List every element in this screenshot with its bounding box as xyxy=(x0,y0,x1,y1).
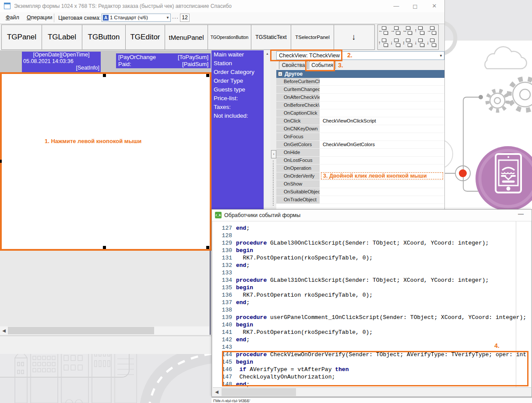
code-line-138[interactable]: 138 xyxy=(213,306,531,314)
property-value[interactable] xyxy=(320,157,444,165)
code-title-bar[interactable]: r_k Обработчики событий формы — xyxy=(212,210,532,221)
close-button[interactable]: ✕ xyxy=(425,0,444,12)
property-name[interactable]: OnCaptionClick xyxy=(276,109,320,117)
code-line-143[interactable]: 143 xyxy=(213,343,531,351)
toolbar-button-TGPanel[interactable]: TGPanel xyxy=(2,25,42,49)
category-row[interactable]: −Другое xyxy=(276,70,444,78)
property-row-OnHide[interactable]: OnHide xyxy=(276,149,444,157)
property-value[interactable] xyxy=(320,86,444,94)
property-row-OnOperation[interactable]: OnOperation xyxy=(276,165,444,172)
toolbar-button-TGStaticText[interactable]: TGStaticText xyxy=(251,25,291,49)
align-vertical-centers-icon[interactable]: ↕ xyxy=(402,37,414,49)
property-name[interactable]: OnAfterCheckVie xyxy=(276,94,320,102)
form-side-panel[interactable]: Main waiterStationOrder CategoryOrder Ty… xyxy=(211,50,264,209)
maximize-button[interactable]: ◻ xyxy=(405,0,425,12)
toolbar-button-TGOperationButton[interactable]: TGOperationButton xyxy=(208,25,251,49)
code-line-132[interactable]: 132end; xyxy=(213,262,531,269)
code-line-140[interactable]: 140begin xyxy=(213,321,531,329)
tab-properties[interactable]: Свойства xyxy=(279,61,308,69)
title-bar[interactable]: Экземпляр формы 1024 x 768 TS: Редактор … xyxy=(0,0,444,12)
splitter-collapse-icon[interactable]: › xyxy=(271,150,276,158)
align-to-grid-icon[interactable]: → xyxy=(426,25,438,37)
property-name[interactable]: OnHide xyxy=(276,149,320,157)
property-value[interactable] xyxy=(320,109,444,117)
menu-operations[interactable]: Операции xyxy=(27,14,52,21)
property-value[interactable] xyxy=(320,165,444,172)
property-name[interactable]: OnCNKeyDown xyxy=(276,125,320,133)
property-row-BeforeCurItemCh[interactable]: BeforeCurItemCh xyxy=(276,78,444,86)
code-line-139[interactable]: 139procedure userGPanelComment_1OnClickS… xyxy=(213,314,531,321)
property-row-OnCNKeyDown[interactable]: OnCNKeyDown xyxy=(276,125,444,133)
align-bottom-edges-icon[interactable]: ↓ xyxy=(390,37,402,49)
selection-handle[interactable] xyxy=(103,246,106,249)
property-name[interactable]: CurItemChanged xyxy=(276,86,320,94)
scheme-size-value[interactable]: 12 xyxy=(180,14,190,22)
property-row-OnGetColors[interactable]: OnGetColorsCheckViewOnGetColors xyxy=(276,141,444,149)
property-name[interactable]: OnTradeObject xyxy=(276,196,320,204)
scheme-more-button[interactable]: ··· xyxy=(172,15,179,21)
code-line-142[interactable]: 142end; xyxy=(213,336,531,343)
selection-handle[interactable] xyxy=(206,246,209,249)
toolbar-button-TGButton[interactable]: TGButton xyxy=(82,25,126,49)
designer-horizontal-scrollbar[interactable]: ◀ xyxy=(0,326,209,335)
collapse-icon[interactable]: − xyxy=(278,72,282,76)
code-line-131[interactable]: 131 RK7.PostOperation(rkoSpecifyTable, 0… xyxy=(213,254,531,262)
color-scheme-combobox[interactable]: A 1 Стандарт (ч/6) ▼ xyxy=(102,14,171,22)
space-equally-horizontal-icon[interactable]: ↑ xyxy=(414,25,426,37)
property-row-OnClick[interactable]: OnClickCheckViewOnClickScript xyxy=(276,117,444,125)
size-to-grid-icon[interactable]: ↓ xyxy=(426,37,438,49)
code-line-133[interactable]: 133 xyxy=(213,269,531,277)
toolbar-button-TGLabel[interactable]: TGLabel xyxy=(42,25,82,49)
form-header-datetime[interactable]: [OpenDate][OpenTime] 05.08.2021 14:03:36… xyxy=(22,52,101,73)
property-row-OnBeforeCheck[interactable]: OnBeforeCheck\ xyxy=(276,102,444,109)
property-value[interactable] xyxy=(320,196,444,204)
property-value[interactable]: CheckViewOnGetColors xyxy=(320,141,444,149)
property-value[interactable] xyxy=(320,78,444,86)
code-line-141[interactable]: 141 RK7.PostOperation(rkoSpecifyTable, 0… xyxy=(213,329,531,336)
property-name[interactable]: OnFocus xyxy=(276,133,320,141)
code-line-135[interactable]: 135begin xyxy=(213,284,531,291)
property-value[interactable] xyxy=(320,180,444,188)
designer-vertical-scrollbar[interactable]: ▲ xyxy=(264,50,270,209)
code-line-134[interactable]: 134procedure GLabel31OnClickScript(Sende… xyxy=(213,277,531,284)
property-value[interactable] xyxy=(320,125,444,133)
property-name[interactable]: BeforeCurItemCh xyxy=(276,78,320,86)
property-value[interactable] xyxy=(320,102,444,109)
space-equally-vertical-icon[interactable]: ↓ xyxy=(414,37,426,49)
chevron-down-icon[interactable]: ▼ xyxy=(166,16,169,20)
property-value[interactable] xyxy=(320,94,444,102)
chevron-down-icon[interactable]: ▼ xyxy=(439,54,443,58)
property-row-OnAfterCheckVie[interactable]: OnAfterCheckVie xyxy=(276,94,444,102)
property-value[interactable]: CheckViewOnClickScript xyxy=(320,117,444,125)
property-value[interactable] xyxy=(320,188,444,196)
property-row-OnTradeObject[interactable]: OnTradeObject xyxy=(276,196,444,204)
scroll-up-icon[interactable]: ▲ xyxy=(264,50,271,57)
property-name[interactable]: OnLostFocus xyxy=(276,157,320,165)
property-row-CurItemChanged[interactable]: CurItemChanged xyxy=(276,86,444,94)
property-name[interactable]: OnBeforeCheck\ xyxy=(276,102,320,109)
code-line-128[interactable]: 128 xyxy=(213,232,531,239)
scrollbar-thumb[interactable] xyxy=(222,388,296,396)
code-line-130[interactable]: 130begin xyxy=(213,247,531,254)
form-header-pay[interactable]: [PayOrChange[ToPaySum] Paid:[PaidSum] xyxy=(116,53,211,68)
property-value[interactable] xyxy=(320,149,444,157)
toolbar-button-TSelectorPanel[interactable]: TSelectorPanel xyxy=(291,25,334,49)
toolbar-button-tMenuPanel[interactable]: tMenuPanel xyxy=(165,25,208,49)
align-right-edges-icon[interactable]: → xyxy=(390,25,402,37)
selection-handle[interactable] xyxy=(103,74,106,77)
align-left-edges-icon[interactable]: ← xyxy=(378,25,390,37)
code-line-127[interactable]: 127end; xyxy=(213,224,531,232)
code-line-136[interactable]: 136 RK7.PostOperation rkoSpecifyTable, 0… xyxy=(213,291,531,299)
property-name[interactable]: OnSuitableObjec xyxy=(276,188,320,196)
property-name[interactable]: OnClick xyxy=(276,117,320,125)
inspector-splitter[interactable]: › xyxy=(270,50,276,209)
property-name[interactable]: OnOrderVerify xyxy=(276,172,320,180)
property-row-OnShow[interactable]: OnShow xyxy=(276,180,444,188)
code-horizontal-scrollbar[interactable]: ◀ xyxy=(213,387,531,396)
align-horizontal-centers-icon[interactable]: ↔ xyxy=(402,25,414,37)
property-value[interactable] xyxy=(320,133,444,141)
scroll-left-icon[interactable]: ◀ xyxy=(213,388,221,396)
toolbar-button-arrow[interactable]: ↓ xyxy=(334,25,373,49)
property-row-OnSuitableObjec[interactable]: OnSuitableObjec xyxy=(276,188,444,196)
property-name[interactable]: OnGetColors xyxy=(276,141,320,149)
